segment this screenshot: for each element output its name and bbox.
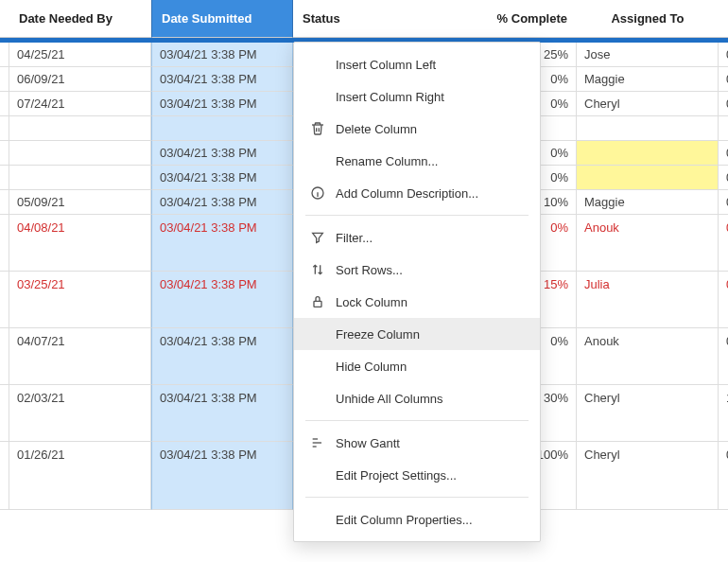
blank-icon xyxy=(309,358,326,375)
cell-assigned-to[interactable]: Cheryl xyxy=(577,442,719,510)
menu-insert-column-right[interactable]: Insert Column Right xyxy=(294,80,540,113)
cell-date-submitted[interactable] xyxy=(151,116,293,141)
menu-separator xyxy=(305,215,529,216)
cell-assigned-to[interactable] xyxy=(577,166,719,190)
row-stub[interactable] xyxy=(0,166,9,190)
col-header-pct-complete[interactable]: % Complete xyxy=(435,0,577,38)
cell-date-submitted[interactable]: 03/04/21 3:38 PM xyxy=(151,328,293,385)
blank-icon xyxy=(309,511,326,528)
cell-overflow[interactable]: 0 xyxy=(719,166,728,190)
blank-icon xyxy=(309,152,326,169)
cell-date-needed[interactable]: 07/24/21 xyxy=(9,92,151,116)
cell-date-submitted[interactable]: 03/04/21 3:38 PM xyxy=(151,215,293,272)
cell-overflow[interactable]: 0 xyxy=(719,190,728,215)
sort-icon xyxy=(309,261,326,278)
row-stub[interactable] xyxy=(0,92,9,116)
cell-assigned-to[interactable]: Maggie xyxy=(577,67,719,92)
cell-overflow[interactable]: 0 xyxy=(719,43,728,67)
cell-date-submitted[interactable]: 03/04/21 3:38 PM xyxy=(151,190,293,215)
cell-assigned-to[interactable]: Cheryl xyxy=(577,92,719,116)
cell-date-submitted[interactable]: 03/04/21 3:38 PM xyxy=(151,385,293,442)
menu-lock-column[interactable]: Lock Column xyxy=(294,286,540,318)
menu-separator xyxy=(305,420,529,421)
row-stub[interactable] xyxy=(0,116,9,141)
cell-date-needed[interactable] xyxy=(9,166,151,190)
lock-icon xyxy=(309,293,326,310)
cell-date-needed[interactable]: 03/25/21 xyxy=(9,272,151,328)
cell-date-submitted[interactable]: 03/04/21 3:38 PM xyxy=(151,43,293,67)
cell-date-submitted[interactable]: 03/04/21 3:38 PM xyxy=(151,141,293,166)
cell-date-needed[interactable] xyxy=(9,116,151,141)
cell-assigned-to[interactable] xyxy=(577,116,719,141)
menu-separator xyxy=(305,497,529,498)
row-stub[interactable] xyxy=(0,442,9,510)
row-stub[interactable] xyxy=(0,190,9,215)
menu-edit-project-settings[interactable]: Edit Project Settings... xyxy=(294,459,540,491)
cell-date-needed[interactable] xyxy=(9,141,151,166)
menu-freeze-column[interactable]: Freeze Column xyxy=(294,318,540,350)
row-stub[interactable] xyxy=(0,215,9,272)
cell-date-needed[interactable]: 02/03/21 xyxy=(9,385,151,442)
cell-assigned-to[interactable]: Julia xyxy=(577,272,719,328)
gantt-icon xyxy=(309,434,326,451)
cell-overflow[interactable]: 0 xyxy=(719,442,728,510)
menu-hide-column[interactable]: Hide Column xyxy=(294,350,540,382)
cell-overflow[interactable]: 0 xyxy=(719,92,728,116)
blank-icon xyxy=(309,390,326,407)
cell-date-submitted[interactable]: 03/04/21 3:38 PM xyxy=(151,442,293,510)
cell-overflow[interactable]: 0 xyxy=(719,141,728,166)
info-icon xyxy=(309,184,326,202)
cell-date-needed[interactable]: 01/26/21 xyxy=(9,442,151,510)
row-stub[interactable] xyxy=(0,385,9,442)
menu-label: Filter... xyxy=(336,231,373,245)
menu-insert-column-left[interactable]: Insert Column Left xyxy=(294,48,540,80)
cell-assigned-to[interactable]: Jose xyxy=(577,43,719,67)
cell-date-submitted[interactable]: 03/04/21 3:38 PM xyxy=(151,166,293,190)
blank-icon xyxy=(309,88,326,105)
cell-overflow[interactable]: 0 xyxy=(719,215,728,272)
header-stub xyxy=(0,0,9,38)
blank-icon xyxy=(309,56,326,73)
row-stub[interactable] xyxy=(0,67,9,92)
col-header-date-submitted[interactable]: Date Submitted xyxy=(151,0,293,38)
cell-date-needed[interactable]: 04/07/21 xyxy=(9,328,151,385)
menu-label: Add Column Description... xyxy=(336,186,478,201)
cell-date-submitted[interactable]: 03/04/21 3:38 PM xyxy=(151,92,293,116)
menu-label: Insert Column Left xyxy=(336,58,436,72)
cell-date-needed[interactable]: 04/08/21 xyxy=(9,215,151,272)
cell-assigned-to[interactable]: Cheryl xyxy=(577,385,719,442)
menu-label: Show Gantt xyxy=(336,436,400,450)
menu-label: Delete Column xyxy=(336,122,417,136)
menu-filter[interactable]: Filter... xyxy=(294,221,540,254)
menu-edit-column-properties[interactable]: Edit Column Properties... xyxy=(294,503,540,536)
cell-overflow[interactable]: 1 xyxy=(719,385,728,442)
cell-overflow[interactable]: 0 xyxy=(719,272,728,328)
cell-assigned-to[interactable] xyxy=(577,141,719,166)
row-stub[interactable] xyxy=(0,328,9,385)
col-header-status[interactable]: Status xyxy=(293,0,435,38)
cell-overflow[interactable] xyxy=(719,116,728,141)
cell-assigned-to[interactable]: Anouk xyxy=(577,328,719,385)
cell-date-needed[interactable]: 04/25/21 xyxy=(9,43,151,67)
menu-label: Freeze Column xyxy=(336,327,420,342)
cell-assigned-to[interactable]: Anouk xyxy=(577,215,719,272)
menu-add-column-description[interactable]: Add Column Description... xyxy=(294,177,540,209)
cell-date-needed[interactable]: 05/09/21 xyxy=(9,190,151,215)
menu-unhide-all-columns[interactable]: Unhide All Columns xyxy=(294,382,540,414)
row-stub[interactable] xyxy=(0,141,9,166)
row-stub[interactable] xyxy=(0,43,9,67)
cell-assigned-to[interactable]: Maggie xyxy=(577,190,719,215)
menu-show-gantt[interactable]: Show Gantt xyxy=(294,427,540,459)
cell-overflow[interactable]: 0 xyxy=(719,328,728,385)
cell-date-submitted[interactable]: 03/04/21 3:38 PM xyxy=(151,272,293,328)
cell-date-needed[interactable]: 06/09/21 xyxy=(9,67,151,92)
row-stub[interactable] xyxy=(0,272,9,328)
cell-overflow[interactable]: 0 xyxy=(719,67,728,92)
menu-sort-rows[interactable]: Sort Rows... xyxy=(294,254,540,286)
col-header-assigned-to[interactable]: Assigned To xyxy=(577,0,719,38)
menu-rename-column[interactable]: Rename Column... xyxy=(294,145,540,177)
menu-label: Unhide All Columns xyxy=(336,392,442,406)
col-header-date-needed[interactable]: Date Needed By xyxy=(9,0,151,38)
cell-date-submitted[interactable]: 03/04/21 3:38 PM xyxy=(151,67,293,92)
menu-delete-column[interactable]: Delete Column xyxy=(294,113,540,145)
